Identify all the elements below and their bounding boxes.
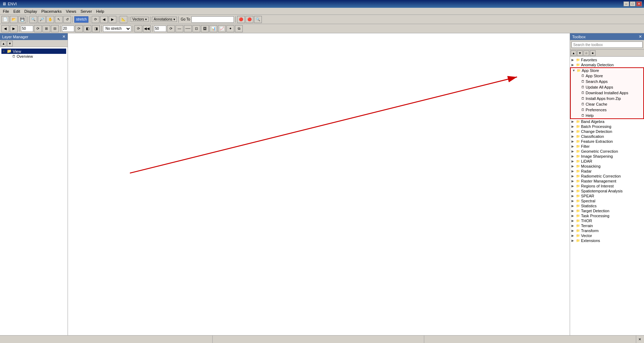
toolbox-folder-terrain[interactable]: ▶ 📁 Terrain — [570, 223, 644, 228]
appstore-item-appstore[interactable]: 🗒 App Store — [571, 73, 643, 79]
tb-expand-all[interactable]: ▼ — [577, 50, 583, 56]
tb2-b10[interactable]: ⊡ — [192, 25, 200, 32]
toolbox-folder-rastermgmt[interactable]: ▶ 📁 Raster Management — [570, 179, 644, 184]
tb2-val2[interactable] — [62, 26, 74, 32]
vectors-label[interactable]: Vectors ▾ — [131, 17, 149, 22]
tb2-b4[interactable]: ⊟ — [51, 25, 59, 32]
toolbox-folder-taskproc[interactable]: ▶ 📁 Task Processing — [570, 213, 644, 218]
tb-favorites-star2[interactable]: ★ — [590, 50, 596, 56]
tb2-val1[interactable] — [21, 26, 33, 32]
tb-refresh[interactable]: ⟳ — [92, 16, 99, 23]
toolbox-folder-spear[interactable]: ▶ 📁 SPEAR — [570, 193, 644, 198]
menu-help[interactable]: Help — [94, 9, 107, 14]
toolbox-folder-spatiotemporal[interactable]: ▶ 📁 Spatiotemporal Analysis — [570, 189, 644, 193]
minimize-button[interactable]: ─ — [623, 1, 629, 6]
tb-zoom-out[interactable]: 🔎 — [38, 16, 46, 23]
toolbox-folder-classification[interactable]: ▶ 📁 Classification — [570, 134, 644, 139]
layer-manager-close[interactable]: ✕ — [62, 34, 65, 39]
tb2-b7[interactable]: ◀◀ — [143, 25, 151, 32]
tb-search-tool[interactable]: 🔍 — [254, 16, 262, 23]
toolbox-folder-radiometric[interactable]: ▶ 📁 Radiometric Correction — [570, 174, 644, 179]
menu-server[interactable]: Server — [78, 9, 94, 14]
tb2-b3[interactable]: ⊞ — [42, 25, 50, 32]
tb-new[interactable]: 📄 — [1, 16, 9, 23]
tb2-b2[interactable]: ▶ — [10, 25, 18, 32]
tb2-stretch-select[interactable]: No stretch — [103, 26, 131, 32]
tb-next[interactable]: ▶ — [109, 16, 116, 23]
close-button[interactable]: ✕ — [636, 1, 642, 6]
menu-edit[interactable]: Edit — [11, 9, 22, 14]
toolbox-folder-extensions[interactable]: ▶ 📁 Extensions — [570, 238, 644, 243]
maximize-button[interactable]: □ — [630, 1, 636, 6]
tb2-b13[interactable]: 📈 — [218, 25, 226, 32]
toolbox-folder-changedetect[interactable]: ▶ 📁 Change Detection — [570, 129, 644, 134]
tb-favorites-star1[interactable]: ☆ — [583, 50, 589, 56]
menu-placemarks[interactable]: Placemarks — [39, 9, 64, 14]
tb-open[interactable]: 📂 — [10, 16, 18, 23]
toolbox-folder-bandalgebra[interactable]: ▶ 📁 Band Algebra — [570, 119, 644, 124]
toolbox-folder-transform[interactable]: ▶ 📁 Transform — [570, 228, 644, 233]
appstore-item-updateall[interactable]: 🗒 Update All Apps — [571, 84, 643, 90]
tb2-refresh4[interactable]: ⟳ — [167, 25, 175, 32]
tree-item-view[interactable]: ▼ 📁 View — [1, 49, 66, 54]
tb-prev[interactable]: ◀ — [100, 16, 108, 23]
lm-collapse[interactable]: ▲ — [1, 41, 6, 46]
toolbox-folder-imgsharp[interactable]: ▶ 📁 Image Sharpening — [570, 154, 644, 159]
tb2-b1[interactable]: ◀ — [1, 25, 9, 32]
toolbox-folder-spectral[interactable]: ▶ 📁 Spectral — [570, 198, 644, 203]
toolbox-folder-batchproc[interactable]: ▶ 📁 Batch Processing — [570, 124, 644, 129]
status-close-btn[interactable]: ✕ — [637, 337, 643, 341]
toolbox-folder-mosaic[interactable]: ▶ 📁 Mosaicking — [570, 164, 644, 169]
tb2-b11[interactable]: 🖼 — [201, 25, 209, 32]
tb2-refresh2[interactable]: ⟳ — [75, 25, 83, 32]
toolbox-folder-geocorrect[interactable]: ▶ 📁 Geometric Correction — [570, 149, 644, 154]
toolbox-folder-favorites[interactable]: ▶ 📁 Favorites — [570, 57, 644, 62]
tb2-b15[interactable]: ⧉ — [235, 25, 243, 32]
appstore-item-search[interactable]: 🗒 Search Apps — [571, 79, 643, 84]
goto-input[interactable] — [191, 16, 234, 23]
tree-item-overview[interactable]: 🗒 Overview — [7, 54, 66, 59]
menu-display[interactable]: Display — [22, 9, 39, 14]
tb2-b6[interactable]: ◨ — [92, 25, 100, 32]
toolbox-folder-lidar[interactable]: ▶ 📁 LiDAR — [570, 159, 644, 164]
annotations-label[interactable]: Annotations ▾ — [152, 17, 177, 22]
toolbox-folder-radar[interactable]: ▶ 📁 Radar — [570, 169, 644, 174]
toolbox-folder-roi[interactable]: ▶ 📁 Regions of Interest — [570, 184, 644, 189]
tb2-b5[interactable]: ◧ — [84, 25, 91, 32]
tb-help1[interactable]: 🔴 — [237, 16, 245, 23]
lm-expand[interactable]: ▼ — [7, 41, 13, 46]
toolbox-folder-anomaly[interactable]: ▶ 📁 Anomaly Detection — [570, 62, 644, 67]
tb-select[interactable]: ↖ — [55, 16, 63, 23]
tb-pan[interactable]: ✋ — [46, 16, 54, 23]
tb2-b8[interactable]: — — [176, 25, 183, 32]
tb-collapse-all[interactable]: ▲ — [571, 50, 576, 56]
tb2-b9[interactable]: ── — [184, 25, 192, 32]
toolbox-folder-appstore[interactable]: ▼ 📁 App Store — [571, 68, 643, 73]
tb-stretch-btn[interactable]: stretch — [74, 16, 88, 23]
toolbox-folder-thor[interactable]: ▶ 📁 THOR — [570, 218, 644, 223]
appstore-item-install[interactable]: 🗒 Install Apps from Zip — [571, 96, 643, 101]
toolbox-search-input[interactable] — [571, 41, 643, 48]
menu-views[interactable]: Views — [64, 9, 78, 14]
toolbox-folder-statistics[interactable]: ▶ 📁 Statistics — [570, 203, 644, 208]
tb-help2[interactable]: 🔴 — [246, 16, 253, 23]
menu-file[interactable]: File — [1, 9, 11, 14]
tb2-val3[interactable] — [154, 26, 166, 32]
tb2-refresh3[interactable]: ⟳ — [134, 25, 142, 32]
toolbox-folder-filter[interactable]: ▶ 📁 Filter — [570, 144, 644, 149]
tb2-refresh1[interactable]: ⟳ — [34, 25, 42, 32]
appstore-item-cache[interactable]: 🗒 Clear Cache — [571, 101, 643, 107]
tb2-b14[interactable]: ✦ — [226, 25, 234, 32]
tb-vector[interactable]: 📐 — [120, 16, 127, 23]
tb2-b12[interactable]: 📊 — [209, 25, 217, 32]
tb-zoom-in[interactable]: 🔍 — [29, 16, 37, 23]
appstore-item-download[interactable]: 🗒 Download Installed Apps — [571, 90, 643, 96]
appstore-item-help[interactable]: 🗒 Help — [571, 113, 643, 118]
toolbox-folder-vector[interactable]: ▶ 📁 Vector — [570, 233, 644, 238]
toolbox-folder-featureextract[interactable]: ▶ 📁 Feature Extraction — [570, 139, 644, 144]
toolbox-folder-targetdetect[interactable]: ▶ 📁 Target Detection — [570, 208, 644, 213]
toolbox-close[interactable]: ✕ — [639, 34, 642, 39]
appstore-item-prefs[interactable]: 🗒 Preferences — [571, 107, 643, 113]
tb-save[interactable]: 💾 — [18, 16, 26, 23]
tb-rotate[interactable]: ↺ — [63, 16, 71, 23]
